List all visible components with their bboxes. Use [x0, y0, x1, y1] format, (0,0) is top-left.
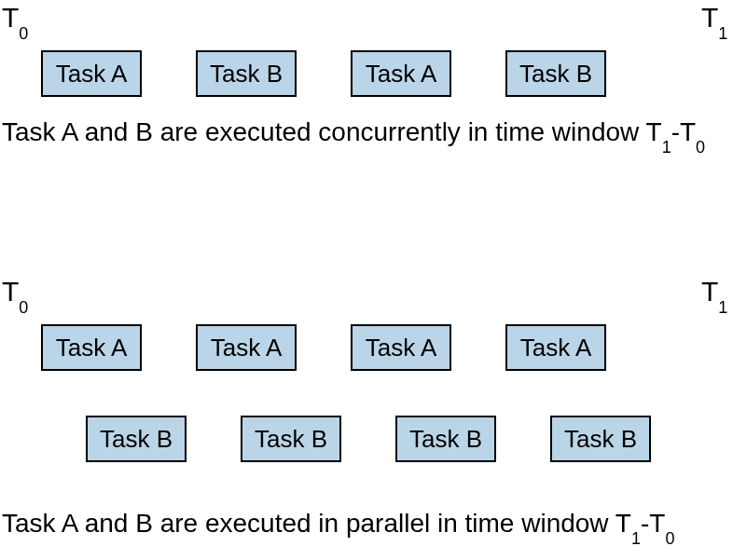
bottom-rowB-task-2: Task B: [395, 416, 496, 462]
top-task-0: Task A: [41, 50, 142, 97]
t0-sub: 0: [19, 24, 28, 43]
top-t1-label: T1: [701, 4, 727, 42]
top-t0-label: T0: [2, 4, 28, 42]
bottom-rowA-task-2: Task A: [351, 324, 451, 371]
t0-sub-b: 0: [19, 298, 28, 317]
t0-main-b: T: [2, 276, 19, 307]
t1-main-b: T: [701, 276, 718, 307]
bottom-rowB-task-1: Task B: [241, 416, 341, 462]
bottom-rowB-task-3: Task B: [550, 416, 651, 462]
bottom-rowB-task-0: Task B: [86, 416, 187, 462]
diagram-canvas: T0 T1 Task A Task B Task A Task B Task A…: [0, 0, 733, 560]
bottom-rowA-task-0: Task A: [41, 324, 142, 371]
t0-main: T: [2, 2, 19, 33]
bottom-caption: Task A and B are executed in parallel in…: [2, 509, 674, 548]
t1-sub: 1: [718, 24, 727, 43]
top-caption: Task A and B are executed concurrently i…: [2, 117, 705, 157]
bottom-rowA-task-3: Task A: [505, 324, 606, 371]
top-task-1: Task B: [196, 50, 297, 97]
bottom-rowA-task-1: Task A: [196, 324, 297, 371]
bottom-t1-label: T1: [701, 278, 727, 316]
top-task-2: Task A: [351, 50, 451, 97]
t1-main: T: [701, 2, 718, 33]
t1-sub-b: 1: [718, 298, 727, 317]
top-task-3: Task B: [505, 50, 606, 97]
bottom-t0-label: T0: [2, 278, 28, 316]
